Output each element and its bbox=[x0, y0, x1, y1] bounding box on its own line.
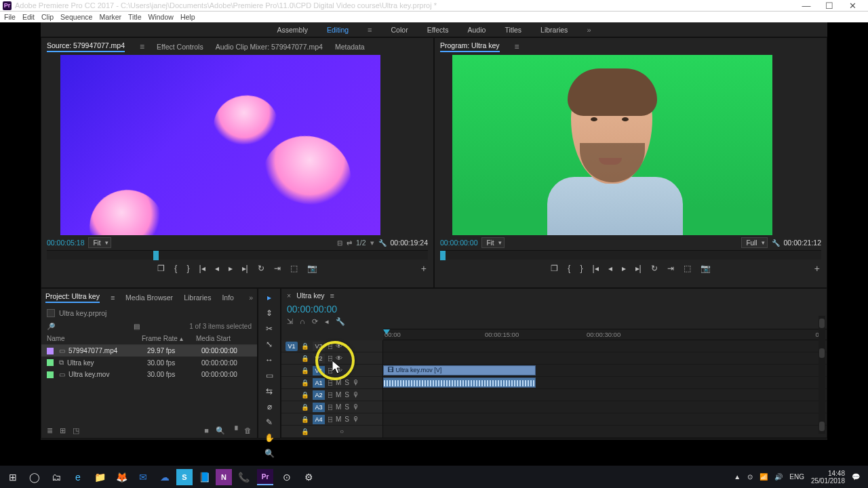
extract-icon[interactable]: ⬚ bbox=[684, 264, 691, 273]
project-item[interactable]: ▭Ultra key.mov 30.00 fps 00:00:00:00 bbox=[41, 369, 257, 380]
find-icon[interactable]: 🔍 bbox=[216, 426, 225, 435]
slip-tool-icon[interactable]: ⇆ bbox=[266, 386, 273, 396]
menu-sequence[interactable]: Sequence bbox=[60, 13, 92, 21]
tl-wrench-icon[interactable]: 🔧 bbox=[336, 317, 345, 326]
tray-overflow-icon[interactable]: ▲ bbox=[734, 473, 741, 481]
track-header-v3[interactable]: V1🔒V3⌸👁 bbox=[281, 340, 382, 352]
ws-color[interactable]: Color bbox=[391, 26, 408, 34]
menu-window[interactable]: Window bbox=[149, 13, 174, 21]
insert-icon[interactable]: ⇥ bbox=[274, 264, 281, 273]
tab-media-browser[interactable]: Media Browser bbox=[125, 293, 173, 302]
tab-info[interactable]: Info bbox=[222, 293, 234, 302]
network-icon[interactable]: 📶 bbox=[760, 473, 768, 481]
source-tab-menu-icon[interactable]: ≡ bbox=[140, 43, 144, 50]
track-header-v1[interactable]: 🔒V1⌸👁 bbox=[281, 365, 382, 377]
premiere-taskbar-icon[interactable]: Pr bbox=[257, 469, 273, 485]
ws-effects[interactable]: Effects bbox=[427, 26, 449, 34]
timeline-tab-menu-icon[interactable]: ≡ bbox=[330, 291, 334, 300]
wrench-icon[interactable]: 🔧 bbox=[378, 239, 387, 247]
edge-icon[interactable]: e bbox=[68, 468, 88, 487]
step-fwd-icon[interactable]: ▸| bbox=[242, 264, 248, 273]
go-to-in-icon[interactable]: |◂ bbox=[592, 264, 598, 273]
outlook-icon[interactable]: ✉ bbox=[133, 468, 153, 487]
in-bracket-icon[interactable]: { bbox=[174, 264, 177, 273]
go-to-in-icon[interactable]: |◂ bbox=[199, 264, 205, 273]
settings-icon[interactable]: ⚙ bbox=[298, 468, 319, 487]
source-video-view[interactable] bbox=[60, 55, 380, 235]
out-bracket-icon[interactable]: } bbox=[186, 264, 189, 273]
step-fwd-icon[interactable]: ▸| bbox=[635, 264, 642, 273]
col-mediastart[interactable]: Media Start bbox=[196, 335, 252, 342]
list-view-icon[interactable]: ≣ bbox=[47, 426, 53, 435]
tab-source[interactable]: Source: 579947077.mp4 bbox=[47, 41, 125, 52]
out-bracket-icon[interactable]: } bbox=[580, 264, 583, 273]
project-tab-menu-icon[interactable]: ≡ bbox=[111, 293, 115, 302]
clock-time[interactable]: 14:48 bbox=[828, 470, 845, 477]
source-scrub-bar[interactable] bbox=[47, 250, 428, 260]
source-zoom-select[interactable]: Fit bbox=[88, 237, 111, 248]
task-view-icon[interactable]: 🗂 bbox=[46, 468, 66, 487]
project-overflow-icon[interactable]: » bbox=[249, 293, 253, 302]
step-back-icon[interactable]: ◂ bbox=[215, 264, 219, 273]
source-res-icon[interactable]: ⊟ bbox=[337, 239, 342, 247]
icon-view-icon[interactable]: ⊞ bbox=[60, 426, 66, 435]
track-header-v2[interactable]: 🔒V2⌸👁 bbox=[281, 352, 382, 365]
mark-in-icon[interactable]: ❐ bbox=[551, 264, 558, 273]
track-body[interactable]: 🎞 Ultra key.mov [V] bbox=[383, 340, 827, 438]
word-icon[interactable]: 📘 bbox=[194, 468, 214, 487]
rolling-tool-icon[interactable]: ⤡ bbox=[266, 340, 273, 349]
program-video-view[interactable] bbox=[452, 55, 772, 235]
step-back-icon[interactable]: ◂ bbox=[608, 264, 612, 273]
project-item[interactable]: ⧉Ultra key 30.00 fps 00:00:00:00 bbox=[41, 357, 257, 369]
timeline-timecode[interactable]: 00:00:00:00 bbox=[281, 302, 827, 316]
new-bin-icon[interactable]: ▝ bbox=[232, 426, 237, 435]
menu-marker[interactable]: Marker bbox=[99, 13, 121, 21]
play-icon[interactable]: ▸ bbox=[229, 264, 233, 273]
snap-icon[interactable]: ⇲ bbox=[287, 317, 293, 326]
rate-stretch-tool-icon[interactable]: ↔ bbox=[265, 355, 273, 365]
ws-libraries[interactable]: Libraries bbox=[540, 26, 568, 34]
sequence-tab[interactable]: Ultra key bbox=[296, 291, 324, 300]
tl-settings-icon[interactable]: ◂ bbox=[325, 317, 329, 326]
volume-icon[interactable]: 🔊 bbox=[774, 473, 783, 481]
timeline-ruler[interactable]: 00:00 00:00:15:00 00:00:30:00 00 bbox=[383, 329, 827, 340]
program-res-select[interactable]: Full bbox=[741, 237, 767, 248]
menu-title[interactable]: Title bbox=[128, 13, 141, 21]
play-icon[interactable]: ▸ bbox=[622, 264, 626, 273]
start-button[interactable]: ⊞ bbox=[3, 468, 23, 487]
language-indicator[interactable]: ENG bbox=[789, 473, 804, 481]
program-zoom-select[interactable]: Fit bbox=[481, 237, 504, 248]
tab-audio-mixer[interactable]: Audio Clip Mixer: 579947077.mp4 bbox=[216, 43, 323, 51]
export-frame-icon[interactable]: 📷 bbox=[701, 264, 711, 273]
audio-clip[interactable] bbox=[383, 378, 536, 388]
go-to-out-icon[interactable]: ↻ bbox=[651, 264, 658, 273]
col-framerate[interactable]: Frame Rate ▴ bbox=[142, 335, 196, 342]
trash-icon[interactable]: 🗑 bbox=[244, 426, 252, 435]
selection-tool-icon[interactable]: ▸ bbox=[267, 293, 271, 302]
clock-date[interactable]: 25/01/2018 bbox=[811, 477, 845, 485]
program-scrub-bar[interactable] bbox=[440, 250, 821, 260]
video-clip[interactable]: 🎞 Ultra key.mov [V] bbox=[383, 365, 536, 375]
ripple-tool-icon[interactable]: ✂ bbox=[266, 324, 273, 333]
notifications-icon[interactable]: 💬 bbox=[852, 473, 860, 481]
menu-help[interactable]: Help bbox=[180, 13, 195, 21]
zoom-tool-icon[interactable]: 🔍 bbox=[264, 449, 275, 458]
firefox-icon[interactable]: 🦊 bbox=[111, 468, 132, 487]
bin-icon[interactable]: ▤ bbox=[134, 323, 140, 330]
track-header-a1[interactable]: 🔒A1⌸MS🎙 bbox=[281, 377, 382, 389]
search-icon[interactable]: 🔎 bbox=[47, 323, 55, 330]
onedrive-icon[interactable]: ☁ bbox=[155, 468, 175, 487]
tab-libraries[interactable]: Libraries bbox=[184, 293, 211, 302]
ws-editing-menu-icon[interactable]: ≡ bbox=[368, 26, 372, 34]
timeline-vscroll[interactable] bbox=[818, 316, 825, 434]
export-frame-icon[interactable]: 📷 bbox=[307, 264, 317, 273]
button-editor-icon[interactable]: + bbox=[814, 263, 820, 274]
tray-app-icon[interactable]: ⊙ bbox=[747, 473, 753, 481]
col-name[interactable]: Name bbox=[47, 335, 142, 342]
track-select-tool-icon[interactable]: ⇕ bbox=[266, 308, 273, 318]
lift-icon[interactable]: ⇥ bbox=[667, 264, 674, 273]
button-editor-icon[interactable]: + bbox=[421, 263, 427, 274]
in-bracket-icon[interactable]: { bbox=[568, 264, 570, 273]
ws-editing[interactable]: Editing bbox=[327, 26, 349, 34]
go-to-out-icon[interactable]: ↻ bbox=[258, 264, 264, 273]
